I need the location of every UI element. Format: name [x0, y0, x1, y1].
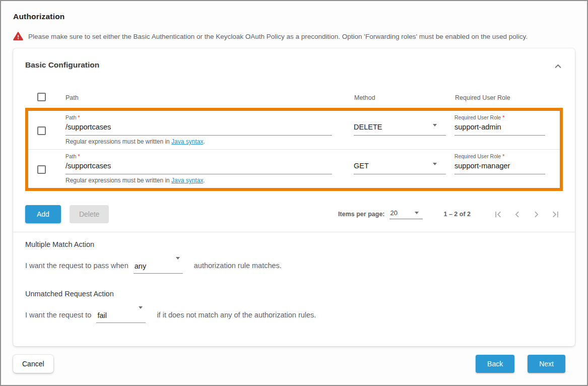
add-button[interactable]: Add — [25, 205, 61, 223]
java-syntax-link[interactable]: Java syntax — [171, 138, 203, 145]
row-checkbox[interactable] — [37, 126, 46, 135]
table-header-row: Path Method Required User Role — [25, 89, 563, 106]
role-field-label: Required User Role* — [454, 114, 545, 121]
required-asterisk: * — [78, 114, 80, 120]
back-button[interactable]: Back — [476, 355, 514, 373]
card-title: Basic Configuration — [25, 60, 99, 70]
path-input[interactable]: /supportcases — [66, 122, 332, 136]
chevron-up-icon — [554, 64, 562, 69]
last-page-icon — [550, 209, 561, 220]
previous-page-icon — [512, 209, 522, 220]
path-hint: Regular expressions must be written in J… — [66, 138, 332, 146]
unmatched-request-section: Unmatched Request Action I want the requ… — [25, 290, 563, 323]
unmatched-request-text-after: if it does not match any of the authoriz… — [157, 310, 316, 323]
role-input[interactable]: support-manager — [454, 161, 545, 174]
table-row: Path* /supportcases Regular expressions … — [28, 111, 560, 149]
caret-down-icon — [433, 163, 437, 165]
table-actions-row: Add Delete Items per page: 20 1 – 2 of 2 — [25, 205, 563, 223]
collapse-panel-button[interactable] — [553, 61, 563, 71]
java-syntax-link[interactable]: Java syntax — [171, 177, 203, 184]
unmatched-request-title: Unmatched Request Action — [25, 290, 563, 298]
table-row: Path* /supportcases Regular expressions … — [28, 149, 560, 188]
items-per-page-select[interactable]: 20 — [389, 209, 423, 219]
cancel-button[interactable]: Cancel — [13, 355, 53, 373]
select-all-checkbox[interactable] — [37, 93, 46, 101]
multiple-match-select[interactable]: any — [134, 255, 183, 274]
required-asterisk: * — [78, 153, 80, 159]
warning-icon — [13, 32, 23, 41]
warning-banner: Please make sure to set either the Basic… — [13, 32, 575, 41]
role-field-label: Required User Role* — [454, 153, 545, 160]
method-select[interactable]: GET — [354, 161, 446, 174]
multiple-match-text-after: authorization rule matches. — [194, 261, 282, 274]
multiple-match-title: Multiple Match Action — [25, 240, 563, 248]
path-hint: Regular expressions must be written in J… — [66, 177, 332, 184]
column-header-role: Required User Role — [455, 94, 563, 101]
first-page-button[interactable] — [493, 209, 503, 220]
next-page-icon — [531, 209, 542, 220]
section-divider — [13, 232, 575, 232]
multiple-match-text-before: I want the request to pass when — [25, 261, 128, 274]
column-header-method: Method — [354, 94, 455, 101]
path-field-label: Path* — [66, 153, 332, 160]
first-page-icon — [493, 209, 503, 220]
caret-down-icon — [415, 212, 419, 214]
delete-button: Delete — [70, 205, 109, 223]
unmatched-request-select[interactable]: fail — [96, 304, 146, 323]
basic-configuration-card: Basic Configuration Path Method Required… — [13, 48, 575, 346]
row-checkbox[interactable] — [37, 165, 46, 174]
warning-text: Please make sure to set either the Basic… — [28, 33, 528, 40]
caret-down-icon — [139, 306, 143, 309]
highlighted-rules-group: Path* /supportcases Regular expressions … — [25, 108, 563, 191]
method-select[interactable]: DELETE — [354, 122, 446, 136]
page-range-label: 1 – 2 of 2 — [444, 211, 471, 218]
next-page-button[interactable] — [531, 209, 542, 220]
multiple-match-section: Multiple Match Action I want the request… — [25, 240, 563, 274]
paginator: Items per page: 20 1 – 2 of 2 — [338, 209, 563, 220]
next-button[interactable]: Next — [528, 355, 565, 373]
column-header-path: Path — [66, 94, 354, 101]
required-asterisk: * — [502, 153, 504, 159]
path-field-label: Path* — [66, 114, 332, 121]
caret-down-icon — [176, 257, 180, 260]
unmatched-request-text-before: I want the request to — [25, 310, 91, 323]
footer-actions: Cancel Back Next — [13, 355, 575, 373]
role-input[interactable]: support-admin — [454, 122, 545, 136]
last-page-button[interactable] — [550, 209, 561, 220]
required-asterisk: * — [502, 114, 504, 120]
previous-page-button[interactable] — [512, 209, 522, 220]
authorization-page: Authorization Please make sure to set ei… — [0, 0, 588, 386]
items-per-page-label: Items per page: — [338, 211, 384, 218]
path-input[interactable]: /supportcases — [66, 161, 332, 174]
caret-down-icon — [433, 124, 437, 126]
page-title: Authorization — [13, 12, 575, 21]
